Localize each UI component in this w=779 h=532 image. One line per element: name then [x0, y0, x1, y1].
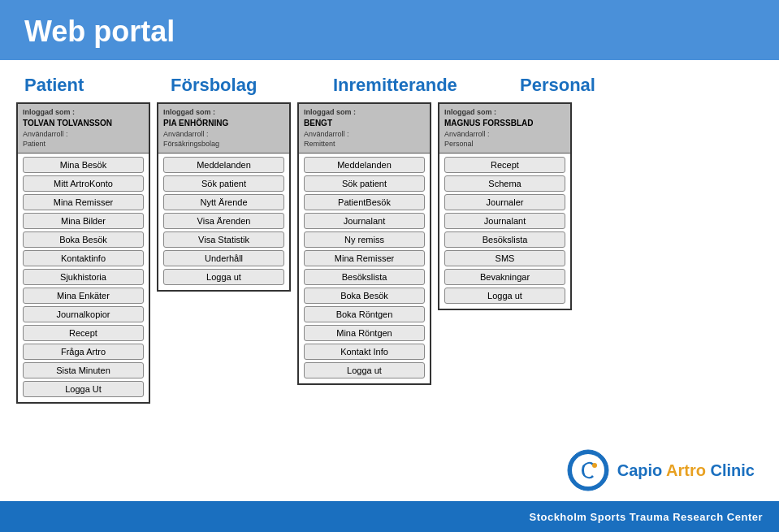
username-patient: TOLVAN TOLVANSSON	[23, 118, 144, 129]
label-patient: Patient	[24, 75, 171, 96]
role-label-forsbolag: Användarroll :	[163, 129, 284, 140]
menu-btn-forsbolag-2[interactable]: Nytt Ärende	[163, 194, 284, 210]
col-buttons-forsbolag: MeddelandenSök patientNytt ÄrendeVisa Är…	[158, 154, 289, 290]
menu-btn-personal-6[interactable]: Bevakningar	[444, 269, 565, 285]
menu-btn-inremitterande-3[interactable]: Journalant	[304, 213, 425, 229]
menu-btn-inremitterande-10[interactable]: Kontakt Info	[304, 344, 425, 360]
menu-btn-personal-2[interactable]: Journaler	[444, 194, 565, 210]
logo-area: Capio Artro Clinic	[567, 449, 755, 491]
username-inremitterande: BENGT	[304, 118, 425, 129]
menu-btn-forsbolag-5[interactable]: Underhåll	[163, 250, 284, 266]
menu-btn-personal-7[interactable]: Logga ut	[444, 288, 565, 304]
header-blue: Web portal	[0, 0, 779, 60]
bottom-bar: Stockholm Sports Trauma Research Center	[0, 501, 779, 532]
svg-point-1	[572, 454, 604, 487]
column-forsbolag: Inloggad som : Pia Enhörning Användarrol…	[157, 102, 291, 292]
capio-logo-icon	[567, 449, 609, 491]
role-label-patient: Användarroll :	[23, 129, 144, 140]
menu-btn-inremitterande-1[interactable]: Sök patient	[304, 175, 425, 192]
username-forsbolag: Pia Enhörning	[163, 118, 284, 129]
role-value-patient: Patient	[23, 139, 144, 149]
menu-btn-inremitterande-9[interactable]: Mina Röntgen	[304, 325, 425, 341]
menu-btn-inremitterande-6[interactable]: Besökslista	[304, 269, 425, 285]
column-personal: Inloggad som : MAGNUS FORSSBLAD Användar…	[438, 102, 572, 310]
label-inremitterande: Inremitterande	[333, 75, 520, 96]
artro-word: Artro	[662, 461, 706, 479]
menu-btn-patient-7[interactable]: Mina Enkäter	[23, 288, 144, 304]
page-title: Web portal	[24, 15, 755, 49]
bottom-bar-text: Stockholm Sports Trauma Research Center	[529, 511, 763, 523]
col-buttons-inremitterande: MeddelandenSök patientPatientBesökJourna…	[299, 154, 430, 383]
menu-btn-patient-0[interactable]: Mina Besök	[23, 157, 144, 173]
column-patient: Inloggad som : TOLVAN TOLVANSSON Använda…	[16, 102, 150, 404]
menu-btn-inremitterande-4[interactable]: Ny remiss	[304, 231, 425, 248]
col-buttons-personal: ReceptSchemaJournalerJournalantBesökslis…	[439, 154, 570, 309]
capio-brand: Capio Artro Clinic	[617, 461, 755, 480]
menu-btn-patient-5[interactable]: Kontaktinfo	[23, 250, 144, 266]
label-personal: Personal	[520, 75, 666, 96]
menu-btn-forsbolag-0[interactable]: Meddelanden	[163, 157, 284, 173]
col-buttons-patient: Mina BesökMitt ArtroKontoMina RemisserMi…	[18, 154, 149, 402]
role-value-personal: Personal	[444, 139, 565, 149]
role-value-inremitterande: Remittent	[304, 139, 425, 149]
menu-btn-inremitterande-11[interactable]: Logga ut	[304, 362, 425, 378]
menu-btn-patient-4[interactable]: Boka Besök	[23, 231, 144, 248]
menu-btn-patient-1[interactable]: Mitt ArtroKonto	[23, 175, 144, 192]
menu-btn-forsbolag-1[interactable]: Sök patient	[163, 175, 284, 192]
menu-btn-patient-12[interactable]: Logga Ut	[23, 381, 144, 397]
role-value-forsbolag: Försäkringsbolag	[163, 139, 284, 149]
col-header-forsbolag: Inloggad som : Pia Enhörning Användarrol…	[158, 104, 289, 154]
col-header-personal: Inloggad som : MAGNUS FORSSBLAD Användar…	[439, 104, 570, 154]
menu-btn-inremitterande-2[interactable]: PatientBesök	[304, 194, 425, 210]
clinic-word: Clinic	[706, 461, 755, 479]
menu-btn-forsbolag-4[interactable]: Visa Statistik	[163, 231, 284, 248]
capio-word: Capio	[617, 461, 663, 479]
menu-btn-patient-10[interactable]: Fråga Artro	[23, 344, 144, 360]
menu-btn-patient-8[interactable]: Journalkopior	[23, 306, 144, 322]
logged-as-label: Inloggad som :	[163, 107, 284, 118]
logged-as-label: Inloggad som :	[304, 107, 425, 118]
svg-point-2	[592, 463, 597, 468]
menu-btn-patient-9[interactable]: Recept	[23, 325, 144, 341]
label-forsbolag: Försbolag	[171, 75, 333, 96]
menu-btn-personal-4[interactable]: Besökslista	[444, 231, 565, 248]
menu-btn-inremitterande-0[interactable]: Meddelanden	[304, 157, 425, 173]
menu-btn-forsbolag-3[interactable]: Visa Ärenden	[163, 213, 284, 229]
menu-btn-personal-5[interactable]: SMS	[444, 250, 565, 266]
menu-btn-personal-3[interactable]: Journalant	[444, 213, 565, 229]
logged-as-label: Inloggad som :	[444, 107, 565, 118]
menu-btn-forsbolag-6[interactable]: Logga ut	[163, 269, 284, 285]
menu-btn-inremitterande-7[interactable]: Boka Besök	[304, 288, 425, 304]
role-label-inremitterande: Användarroll :	[304, 129, 425, 140]
col-header-patient: Inloggad som : TOLVAN TOLVANSSON Använda…	[18, 104, 149, 154]
menu-btn-patient-6[interactable]: Sjukhistoria	[23, 269, 144, 285]
menu-btn-patient-11[interactable]: Sista Minuten	[23, 362, 144, 378]
col-header-inremitterande: Inloggad som : BENGT Användarroll : Remi…	[299, 104, 430, 154]
menu-btn-inremitterande-8[interactable]: Boka Röntgen	[304, 306, 425, 322]
columns-area: Inloggad som : TOLVAN TOLVANSSON Använda…	[0, 102, 779, 404]
menu-btn-personal-1[interactable]: Schema	[444, 175, 565, 192]
menu-btn-patient-2[interactable]: Mina Remisser	[23, 194, 144, 210]
column-inremitterande: Inloggad som : BENGT Användarroll : Remi…	[297, 102, 431, 385]
menu-btn-inremitterande-5[interactable]: Mina Remisser	[304, 250, 425, 266]
logged-as-label: Inloggad som :	[23, 107, 144, 118]
menu-btn-personal-0[interactable]: Recept	[444, 157, 565, 173]
section-labels-row: Patient Försbolag Inremitterande Persona…	[0, 60, 779, 102]
menu-btn-patient-3[interactable]: Mina Bilder	[23, 213, 144, 229]
role-label-personal: Användarroll :	[444, 129, 565, 140]
username-personal: MAGNUS FORSSBLAD	[444, 118, 565, 129]
